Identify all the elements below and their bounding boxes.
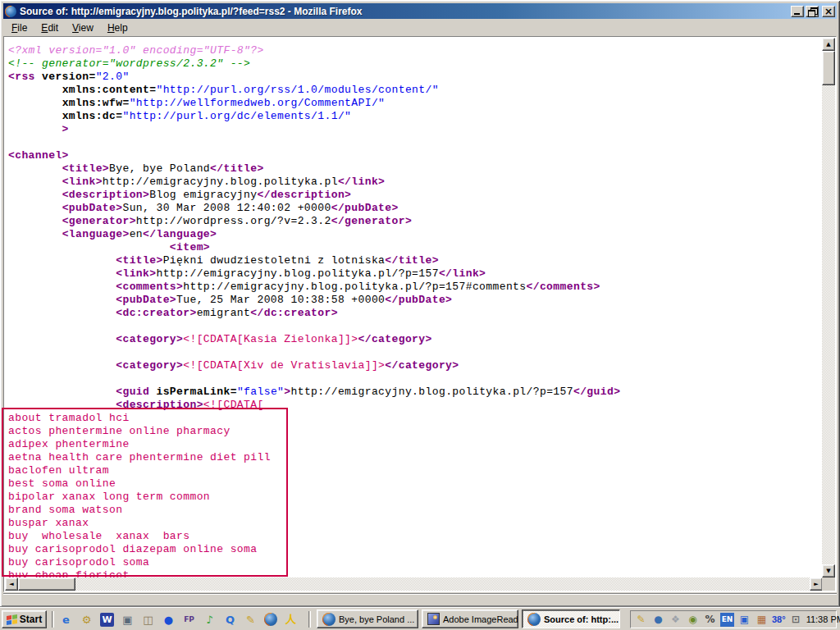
- firefox-icon[interactable]: [264, 613, 277, 626]
- source-line: aetna health care phentermine diet pill: [8, 451, 823, 464]
- taskbar-button[interactable]: Adobe ImageReady: [422, 609, 518, 628]
- vertical-scroll-track[interactable]: [822, 51, 835, 564]
- taskbar-button[interactable]: Bye, bye Poland ...: [317, 609, 418, 628]
- source-line: actos phentermine online pharmacy: [8, 425, 823, 438]
- eye-tray-icon[interactable]: ◉: [686, 613, 700, 627]
- weather-temp[interactable]: 38°: [772, 614, 786, 624]
- source-line: adipex phentermine: [8, 438, 823, 451]
- source-line: buspar xanax: [8, 517, 823, 530]
- restore-button[interactable]: [806, 6, 819, 17]
- source-line: <title>Piękni dwudziestoletni z lotniska…: [8, 254, 823, 267]
- source-line: buy wholesale xanax bars: [8, 530, 823, 543]
- menu-help[interactable]: Help: [102, 21, 134, 34]
- source-line: >: [8, 123, 823, 136]
- computer-display-icon[interactable]: ▣: [121, 613, 135, 627]
- imageready-icon: [427, 613, 440, 625]
- quill-icon[interactable]: ✎: [244, 613, 258, 627]
- blue-orb-icon[interactable]: ●: [162, 613, 176, 627]
- music-note-icon[interactable]: ♪: [203, 613, 217, 627]
- window-title: Source of: http://emigracyjny.blog.polit…: [20, 6, 789, 17]
- language-indicator[interactable]: EN: [720, 613, 734, 627]
- taskbar-buttons: Bye, bye Poland ...Adobe ImageReadySourc…: [317, 609, 620, 628]
- taskbar-button[interactable]: Source of: http:...: [522, 609, 620, 628]
- start-label: Start: [20, 614, 42, 625]
- picture-tray-icon[interactable]: ▦: [755, 613, 769, 627]
- bird-tray-icon[interactable]: ❖: [669, 613, 682, 627]
- source-line: buy carisoprodol diazepam online soma: [8, 543, 823, 556]
- source-line: brand soma watson: [8, 504, 823, 517]
- taskbar-button-label: Bye, bye Poland ...: [339, 614, 414, 624]
- scroll-right-icon[interactable]: ►: [810, 578, 823, 591]
- source-line: best soma online: [8, 477, 823, 491]
- pen-percent-tray-icon[interactable]: %: [703, 613, 717, 627]
- globe-tray-icon[interactable]: ●: [651, 613, 665, 627]
- minimize-button[interactable]: [791, 6, 804, 17]
- display-tray-icon[interactable]: ▣: [737, 613, 751, 627]
- source-line: buy cheap fioricet: [8, 569, 823, 578]
- source-line: <description><![CDATA[: [8, 399, 823, 412]
- taskbar-button-label: Adobe ImageReady: [443, 614, 518, 624]
- vertical-scroll-thumb[interactable]: [822, 51, 835, 85]
- source-view: <?xml version="1.0" encoding="UTF-8"?><!…: [5, 38, 823, 578]
- windows-flag-icon: [7, 614, 17, 625]
- keys-gears-icon[interactable]: ⚙: [80, 613, 94, 627]
- source-line: <item>: [8, 241, 823, 254]
- source-line: xmlns:dc="http://purl.org/dc/elements/1.…: [8, 110, 823, 123]
- source-line: <!-- generator="wordpress/2.3.2" -->: [8, 57, 823, 71]
- system-tray: ✎●❖◉%EN▣▦38°⊡11:38 PM: [630, 610, 837, 628]
- source-line: xmlns:content="http://purl.org/rss/1.0/m…: [8, 84, 823, 97]
- source-line: <link>http://emigracyjny.blog.polityka.p…: [8, 267, 823, 281]
- firefox-source-window: Source of: http://emigracyjny.blog.polit…: [0, 0, 840, 607]
- source-line: [8, 346, 823, 359]
- menu-edit[interactable]: Edit: [35, 21, 64, 34]
- content-area: <?xml version="1.0" encoding="UTF-8"?><!…: [3, 36, 837, 592]
- source-line: bipolar xanax long term common: [8, 491, 823, 504]
- firefox-icon: [527, 613, 541, 626]
- source-line: <pubDate>Tue, 25 Mar 2008 10:38:58 +0000…: [8, 294, 823, 307]
- quill-tray-icon[interactable]: ✎: [634, 613, 648, 627]
- scroll-down-icon[interactable]: ▼: [822, 564, 835, 578]
- scroll-left-icon[interactable]: ◄: [5, 578, 18, 591]
- scrollbar-corner: [822, 578, 835, 591]
- frontpage-icon[interactable]: FP: [182, 613, 196, 627]
- source-line: <link>http://emigracyjny.blog.polityka.p…: [8, 176, 823, 189]
- source-line: <?xml version="1.0" encoding="UTF-8"?>: [8, 44, 823, 57]
- source-line: <category><![CDATA[Xiv de Vratislavia]]>…: [8, 359, 823, 372]
- horizontal-scrollbar[interactable]: ◄ ►: [5, 578, 823, 591]
- source-line: <pubDate>Sun, 30 Mar 2008 12:40:02 +0000…: [8, 202, 823, 215]
- source-line: <generator>http://wordpress.org/?v=2.3.2…: [8, 215, 823, 228]
- word-icon[interactable]: W: [100, 613, 114, 627]
- start-button[interactable]: Start: [2, 610, 47, 628]
- taskbar-button-label: Source of: http:...: [544, 614, 619, 624]
- quicktime-icon[interactable]: Q: [223, 613, 237, 627]
- computer-tray-icon[interactable]: ⊡: [789, 613, 803, 627]
- source-line: buy carisoprodol soma: [8, 556, 823, 569]
- source-line: <rss version="2.0": [8, 71, 823, 84]
- source-line: [8, 320, 823, 333]
- source-line: <dc:creator>emigrant</dc:creator>: [8, 307, 823, 320]
- aim-icon[interactable]: 人: [284, 613, 298, 627]
- horizontal-scroll-track[interactable]: [18, 578, 810, 591]
- source-line: baclofen ultram: [8, 464, 823, 477]
- source-line: <title>Bye, bye Poland</title>: [8, 162, 823, 176]
- firefox-window-icon: [5, 6, 16, 17]
- taskbar: Start e⚙W▣◫●FP♪Q✎人 Bye, bye Poland ...Ad…: [0, 607, 840, 630]
- menu-bar: FileEditViewHelp: [3, 20, 837, 35]
- scroll-up-icon[interactable]: ▲: [822, 38, 835, 51]
- vertical-scrollbar[interactable]: ▲ ▼: [822, 38, 835, 578]
- source-line: <description>Blog emigracyjny</descripti…: [8, 189, 823, 202]
- menu-view[interactable]: View: [66, 21, 99, 34]
- source-line: [8, 136, 823, 149]
- internet-explorer-icon[interactable]: e: [59, 613, 73, 627]
- quick-launch-bar: e⚙W▣◫●FP♪Q✎人: [59, 610, 298, 628]
- status-bar: [3, 593, 837, 605]
- clock: 11:38 PM: [806, 614, 840, 624]
- title-bar: Source of: http://emigracyjny.blog.polit…: [3, 3, 837, 19]
- source-line: <channel>: [8, 149, 823, 162]
- firefox-icon: [322, 613, 336, 626]
- horizontal-scroll-thumb[interactable]: [18, 578, 75, 591]
- package-icon[interactable]: ◫: [141, 613, 155, 627]
- menu-file[interactable]: File: [6, 21, 33, 34]
- close-button[interactable]: ×: [822, 6, 835, 17]
- source-line: <category><![CDATA[Kasia Zielonka]]></ca…: [8, 333, 823, 346]
